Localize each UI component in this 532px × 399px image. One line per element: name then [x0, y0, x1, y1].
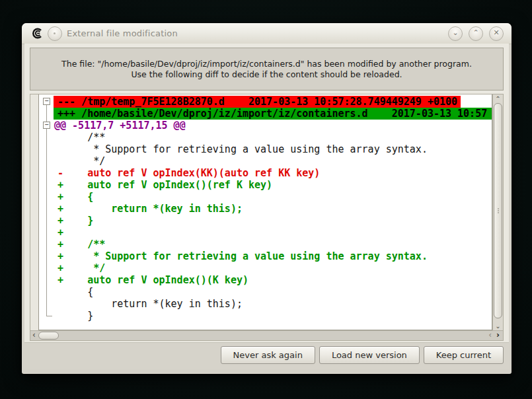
minus-icon: − — [44, 121, 48, 128]
diff-line-text: + } — [57, 215, 93, 227]
scroll-left-icon[interactable]: ‹ — [488, 331, 492, 340]
chevron-up-icon: ⌃ — [473, 28, 478, 37]
window-controls: ⌄ ⌃ ✕ — [448, 26, 504, 41]
keep-current-button[interactable]: Keep current — [424, 346, 504, 364]
thumb-grip-icon — [497, 207, 500, 214]
diff-line[interactable]: + * Support for retrieving a value using… — [39, 250, 492, 262]
message-line-2: Use the following diff to decide if the … — [131, 69, 402, 80]
menu-dot-icon — [54, 32, 56, 34]
diff-line-text: - auto ref V opIndex(KK)(auto ref KK key… — [57, 167, 320, 179]
diff-line[interactable]: +++ /home/basile/Dev/dproj/iz/import/iz/… — [39, 108, 492, 120]
diff-line-text: + /** — [57, 238, 105, 250]
diff-viewer: --- /tmp/temp_7F5E128B2870.d 2017-03-13 … — [30, 94, 504, 341]
scroll-right-icon[interactable]: › — [496, 331, 500, 340]
diff-line-text: + */ — [57, 262, 105, 274]
diff-line[interactable]: + return *(key in this); — [39, 203, 492, 215]
diff-line-text: } — [57, 310, 93, 322]
message-line-1: The file: "/home/basile/Dev/dproj/iz/imp… — [61, 59, 472, 69]
shade-button[interactable]: ⌄ — [448, 26, 463, 41]
diff-line-text: + — [57, 227, 63, 238]
scroll-down-icon[interactable]: ⌄ — [493, 322, 503, 330]
maximize-button[interactable]: ⌃ — [469, 26, 483, 41]
vertical-scrollbar[interactable]: ⌃ ⌄ — [492, 94, 503, 330]
diff-line-text: { — [57, 286, 93, 298]
diff-line[interactable]: */ — [39, 155, 492, 167]
external-file-modification-dialog: External file modification ⌄ ⌃ ✕ The fil… — [22, 23, 512, 374]
diff-line-text: + return *(key in this); — [57, 203, 243, 215]
button-panel: Never ask again Load new version Keep cu… — [24, 342, 509, 369]
minus-icon: − — [44, 97, 48, 104]
diff-line[interactable]: - auto ref V opIndex(KK)(auto ref KK key… — [39, 167, 492, 179]
diff-line[interactable]: + auto ref V opIndex()(ref K key) — [39, 179, 492, 191]
diff-line[interactable]: @@ -5117,7 +5117,15 @@ — [39, 120, 492, 131]
diff-line[interactable]: --- /tmp/temp_7F5E128B2870.d 2017-03-13 … — [39, 96, 492, 108]
action-buttons: Never ask again Load new version Keep cu… — [221, 346, 504, 364]
close-button[interactable]: ✕ — [489, 26, 504, 41]
diff-line-text: */ — [57, 155, 105, 167]
diff-line-text: + * Support for retrieving a value using… — [57, 250, 428, 262]
diff-line[interactable]: + } — [39, 215, 492, 227]
dialog-body: The file: "/home/basile/Dev/dproj/iz/imp… — [24, 44, 509, 369]
diff-line-text: /** — [57, 131, 105, 143]
horizontal-scrollbar[interactable]: ‹ ‹ › — [30, 330, 503, 340]
tree-expander-hunk[interactable]: − — [43, 122, 50, 129]
diff-lines: --- /tmp/temp_7F5E128B2870.d 2017-03-13 … — [39, 96, 492, 322]
diff-line[interactable]: + */ — [39, 262, 492, 274]
chevron-down-icon: ⌄ — [452, 28, 458, 37]
diff-line[interactable]: } — [39, 310, 492, 322]
diff-line-text: + { — [57, 191, 93, 203]
diff-line[interactable]: return *(key in this); — [39, 298, 492, 310]
desktop-background: External file modification ⌄ ⌃ ✕ The fil… — [0, 0, 532, 399]
vertical-scrollbar-thumb[interactable] — [494, 103, 502, 318]
diff-line-text: --- /tmp/temp_7F5E128B2870.d 2017-03-13 … — [54, 96, 461, 108]
window-menu-button[interactable] — [48, 26, 62, 41]
diff-line[interactable]: /** — [39, 131, 492, 143]
coedit-logo-icon — [32, 28, 43, 39]
scroll-up-icon[interactable]: ⌃ — [493, 95, 503, 103]
tree-expander-file[interactable]: − — [43, 98, 50, 105]
diff-line-text: return *(key in this); — [57, 298, 243, 310]
message-panel: The file: "/home/basile/Dev/dproj/iz/imp… — [30, 48, 504, 91]
diff-line[interactable]: * Support for retrieving a value using t… — [39, 143, 492, 155]
diff-line-text: * Support for retrieving a value using t… — [57, 143, 428, 155]
window-title: External file modification — [67, 23, 178, 44]
diff-line[interactable]: + — [39, 227, 492, 238]
diff-line[interactable]: + auto ref V opIndex()(K key) — [39, 274, 492, 286]
diff-line[interactable]: { — [39, 286, 492, 298]
never-ask-again-button[interactable]: Never ask again — [221, 346, 315, 364]
diff-line-text: +++ /home/basile/Dev/dproj/iz/import/iz/… — [54, 108, 492, 120]
diff-line-text: @@ -5117,7 +5117,15 @@ — [54, 120, 186, 131]
diff-content-area: --- /tmp/temp_7F5E128B2870.d 2017-03-13 … — [38, 94, 492, 330]
diff-line-text: + auto ref V opIndex()(ref K key) — [57, 179, 272, 191]
diff-line[interactable]: + { — [39, 191, 492, 203]
scroll-left-icon[interactable]: ‹ — [32, 331, 36, 340]
diff-line[interactable]: + /** — [39, 238, 492, 250]
diff-line-text: + auto ref V opIndex()(K key) — [57, 274, 248, 286]
titlebar[interactable]: External file modification ⌄ ⌃ ✕ — [22, 23, 512, 44]
load-new-version-button[interactable]: Load new version — [319, 346, 420, 364]
close-icon: ✕ — [493, 28, 499, 37]
horizontal-scrollbar-thumb[interactable] — [38, 332, 59, 340]
